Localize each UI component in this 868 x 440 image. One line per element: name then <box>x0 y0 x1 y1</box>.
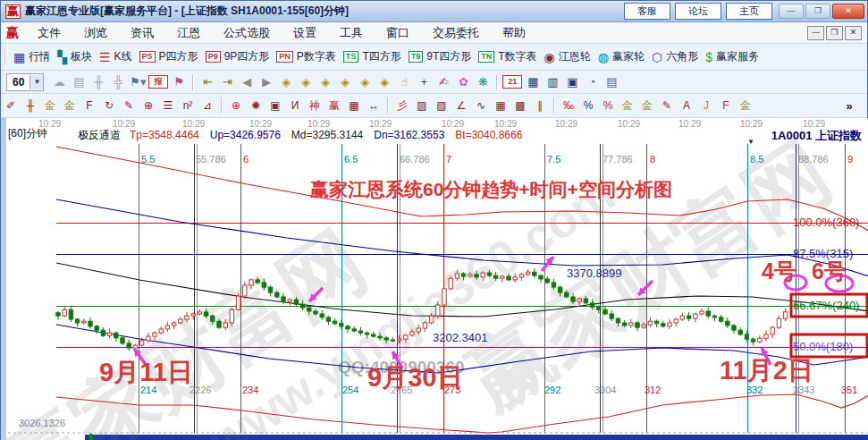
close-button[interactable]: ✕ <box>832 4 864 19</box>
expand-all-icon[interactable]: ◈ <box>356 75 374 89</box>
topbar-button-2[interactable]: 论坛 <box>675 3 721 20</box>
bar9-chart-icon[interactable]: ╬ <box>109 75 127 89</box>
p-number-button[interactable]: PNP数字表 <box>276 49 336 64</box>
gann-square-icon[interactable]: ▣ <box>266 99 284 112</box>
shade-fan-icon[interactable]: ▧ <box>433 99 451 112</box>
maximize-button[interactable]: ❐ <box>805 4 830 19</box>
p9-square-button[interactable]: P99P四方形 <box>206 49 270 64</box>
calendar-21-icon[interactable]: 21 <box>502 75 522 89</box>
period-combo[interactable]: 60▼ <box>6 73 44 91</box>
grid-fan-icon[interactable]: ▨ <box>413 99 431 112</box>
gann-wheel-button[interactable]: ◉江恩轮 <box>544 49 591 64</box>
pen-tool-icon[interactable]: ✐ <box>2 99 20 112</box>
parallel-lines-icon[interactable]: ∥ <box>531 99 549 112</box>
span-arrow-icon[interactable]: ↔ <box>365 99 383 112</box>
pattern-stamp-icon[interactable]: 报 <box>148 75 168 89</box>
percent-line-icon[interactable]: % <box>599 99 617 112</box>
gann-line-icon[interactable]: ☰ <box>159 99 177 112</box>
menu-item-工具[interactable]: 工具 <box>328 23 375 43</box>
quote-table-button[interactable]: ▦行情 <box>13 49 50 64</box>
last-bar-icon[interactable]: ⇥ <box>218 75 236 89</box>
child-minimize-button[interactable]: — <box>807 26 824 40</box>
menu-item-窗口[interactable]: 窗口 <box>375 23 421 43</box>
calculator-icon[interactable]: ▦ <box>524 75 542 89</box>
menu-item-帮助[interactable]: 帮助 <box>491 23 537 43</box>
t-square-button[interactable]: TST四方形 <box>343 49 401 64</box>
gann-circle-icon[interactable]: ⊕ <box>139 99 157 112</box>
next-bar-icon[interactable]: ▶ <box>257 75 275 89</box>
golden-section-icon[interactable]: 金 <box>41 98 59 114</box>
child-close-button[interactable]: ✕ <box>845 26 862 40</box>
a-wave-icon[interactable]: A <box>678 99 695 112</box>
gold-angle-icon[interactable]: 金 <box>737 98 754 114</box>
square-n2-icon[interactable]: n² <box>179 99 197 112</box>
zoom-out-h-icon[interactable]: ◈ <box>277 75 295 89</box>
color-flag-icon[interactable]: ⚑ <box>170 75 188 89</box>
fan-lines-icon[interactable]: 彡 <box>393 98 411 114</box>
expand-h-icon[interactable]: ◈ <box>316 75 334 89</box>
crosshair-icon[interactable]: + <box>415 75 433 89</box>
gann-target-icon[interactable]: ⊕ <box>227 99 245 112</box>
fibonacci-f-icon[interactable]: F <box>80 99 98 112</box>
shen-tool-icon[interactable]: 神 <box>306 98 324 114</box>
compress-h-icon[interactable]: ◈ <box>336 75 354 89</box>
smart-brain-icon[interactable]: ❋ <box>474 75 492 89</box>
printer-icon[interactable]: ▤ <box>603 75 620 89</box>
menu-item-交易委托[interactable]: 交易委托 <box>421 23 491 43</box>
t-number-button[interactable]: TNT数字表 <box>478 49 536 64</box>
angle-measure-icon[interactable]: ✍ <box>434 75 452 89</box>
period-dropdown-icon[interactable]: ▼ <box>29 75 43 89</box>
zigzag-icon[interactable]: ∿ <box>472 99 490 112</box>
cycle-arc-icon[interactable]: ↻ <box>100 99 118 112</box>
menu-item-江恩[interactable]: 江恩 <box>165 23 212 43</box>
burst-icon[interactable]: ✺ <box>247 99 265 112</box>
permille-icon[interactable]: ‰ <box>560 99 577 112</box>
hatch-tool-icon[interactable]: ╫ <box>21 99 39 112</box>
grid-tool-icon[interactable]: ▦ <box>345 99 363 112</box>
pencil2-icon[interactable]: ✎ <box>658 99 676 112</box>
kline-button[interactable]: ☰K线 <box>99 49 132 64</box>
gold-line-icon[interactable]: 金 <box>638 98 656 114</box>
sectors-button[interactable]: ▚板块 <box>57 49 92 64</box>
child-restore-button[interactable]: ❐ <box>826 26 843 40</box>
menu-item-浏览[interactable]: 浏览 <box>72 23 119 43</box>
report-icon[interactable]: ▤ <box>70 75 88 89</box>
world-clock-icon[interactable]: ◔ <box>583 75 601 89</box>
menu-item-文件[interactable]: 文件 <box>26 23 72 43</box>
grid2-icon[interactable]: ▦ <box>492 99 510 112</box>
menu-item-资讯[interactable]: 资讯 <box>119 23 165 43</box>
winner-service-button[interactable]: $赢家服务 <box>705 49 759 64</box>
topbar-button-1[interactable]: 客服 <box>624 3 670 20</box>
p-square-button[interactable]: PSP四方形 <box>139 49 198 64</box>
golden-box-icon[interactable]: 金 <box>61 98 79 114</box>
wave-mark-icon[interactable]: И <box>286 99 304 112</box>
angle-line-icon[interactable]: ∠ <box>452 99 470 112</box>
first-bar-icon[interactable]: ⇤ <box>198 75 216 89</box>
drag-hand-icon[interactable]: ☝ <box>395 75 413 89</box>
grid3-icon[interactable]: ▩ <box>511 99 529 112</box>
t9-square-button[interactable]: T99T四方形 <box>409 49 472 64</box>
zoom-in-h-icon[interactable]: ◈ <box>297 75 315 89</box>
gold-ratio-icon[interactable]: 金 <box>619 98 636 114</box>
angle-tool-icon[interactable]: ⊿ <box>198 99 216 112</box>
gann-flower-icon[interactable]: ✿ <box>454 75 472 89</box>
prev-bar-icon[interactable]: ◀ <box>238 75 256 89</box>
zoom-chart-icon[interactable]: ☁ <box>50 75 68 89</box>
f-line-icon[interactable]: F <box>717 99 735 112</box>
more-tools-button[interactable]: » <box>840 99 858 113</box>
menu-item-设置[interactable]: 设置 <box>282 23 328 43</box>
percent-icon[interactable]: % <box>579 99 597 112</box>
menu-item-公式选股[interactable]: 公式选股 <box>212 23 282 43</box>
flag-dropdown-icon[interactable]: ⚑▾ <box>129 75 147 89</box>
save-icon[interactable]: ▣ <box>563 75 581 89</box>
hexagon-button[interactable]: ⬡六角形 <box>652 49 698 64</box>
winner-wheel-button[interactable]: ◍赢家轮 <box>598 49 645 64</box>
notes-icon[interactable]: ▥ <box>544 75 561 89</box>
chart-area[interactable]: [60]分钟 极反通道Tp=3548.4464Up=3426.9576Md=32… <box>1 118 868 440</box>
bar3-chart-icon[interactable]: ╫ <box>89 75 107 89</box>
brush-icon[interactable]: ✎ <box>120 99 138 112</box>
ying-tool-icon[interactable]: 赢 <box>325 98 343 114</box>
fit-all-icon[interactable]: ◈ <box>375 75 393 89</box>
topbar-button-3[interactable]: 主页 <box>726 3 772 20</box>
j-line-icon[interactable]: J <box>697 99 715 112</box>
